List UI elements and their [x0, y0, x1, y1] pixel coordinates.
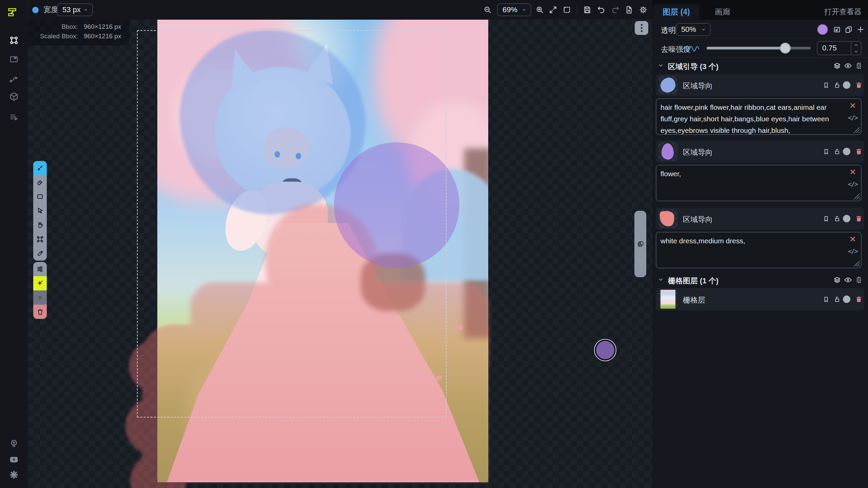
stepper-down[interactable]: [851, 48, 861, 55]
region-prompt-input[interactable]: hair flower,pink flower,hair ribbon,cat …: [660, 102, 839, 136]
region-prompt-card: flower, ✕ </>: [656, 165, 862, 201]
region-color-toggle[interactable]: [843, 215, 850, 222]
clear-prompt-button[interactable]: ✕: [849, 235, 856, 243]
region-thumbnail[interactable]: [658, 76, 677, 95]
zoom-in-button[interactable]: [535, 5, 545, 15]
canvas-area[interactable]: Bbox: 960×1216 px Scaled Bbox: 960×1216 …: [28, 20, 653, 488]
fit-view-button[interactable]: [548, 5, 558, 15]
region-thumbnail[interactable]: [658, 142, 677, 161]
scaled-bbox-label: Scaled Bbox:: [28, 33, 78, 40]
code-view-button[interactable]: </>: [848, 247, 857, 255]
brush-width-dropdown[interactable]: 53 px: [57, 3, 93, 16]
raster-color-toggle[interactable]: [843, 296, 850, 303]
clear-prompt-button[interactable]: ✕: [849, 102, 856, 110]
scale-layer-button[interactable]: [832, 25, 842, 34]
tool-select[interactable]: [33, 204, 47, 218]
tab-gallery[interactable]: 画廊: [707, 4, 738, 20]
layer-color-swatch[interactable]: [817, 24, 828, 35]
canvas-settings-button[interactable]: [638, 5, 648, 15]
reference-drawer-handle[interactable]: [634, 211, 646, 277]
new-file-button[interactable]: [624, 5, 634, 15]
sidebar-item-queue[interactable]: [8, 111, 20, 123]
zoom-out-button[interactable]: [482, 5, 493, 15]
sidebar-item-curve[interactable]: [8, 73, 20, 85]
region-row[interactable]: 区域导向: [656, 207, 864, 230]
region-lock-button[interactable]: [833, 81, 841, 89]
tool-pan[interactable]: [33, 218, 47, 232]
code-view-button[interactable]: </>: [848, 114, 857, 121]
tool-magic[interactable]: [33, 276, 47, 290]
region-delete-button[interactable]: [855, 81, 863, 89]
raster-visibility-button[interactable]: [844, 276, 852, 284]
region-color-toggle[interactable]: [843, 148, 850, 155]
tool-brush[interactable]: [33, 161, 47, 175]
tool-eraser[interactable]: [33, 175, 47, 189]
opacity-dropdown[interactable]: 50%: [676, 23, 711, 36]
region-lock-button[interactable]: [833, 215, 841, 223]
region-prompt-input[interactable]: flower,: [660, 168, 839, 180]
denoise-slider[interactable]: [707, 47, 811, 49]
sidebar-item-screen-fit[interactable]: [8, 54, 20, 65]
raster-lock-button[interactable]: [833, 295, 841, 303]
region-delete-button[interactable]: [855, 147, 863, 156]
raster-thumbnail[interactable]: [658, 290, 677, 309]
app-logo[interactable]: [5, 5, 19, 19]
raster-merge-button[interactable]: [833, 276, 842, 284]
region-bookmark-button[interactable]: [822, 147, 830, 156]
canvas-menu-button[interactable]: [635, 21, 648, 35]
raster-collapse-chevron[interactable]: [657, 276, 665, 283]
stepper-up[interactable]: [851, 42, 861, 48]
sidebar-item-transform[interactable]: [8, 35, 20, 46]
brush-color-dot[interactable]: [32, 7, 39, 13]
regions-collapse-chevron[interactable]: [657, 62, 665, 69]
denoise-input[interactable]: 0.75: [817, 41, 862, 55]
region-bookmark-button[interactable]: [822, 215, 830, 223]
unlock-icon: [833, 81, 841, 89]
region-bookmark-button[interactable]: [822, 81, 830, 89]
tool-eyedropper[interactable]: [33, 246, 47, 261]
region-row[interactable]: 区域导向: [656, 140, 864, 163]
raster-bookmark-button[interactable]: [822, 295, 830, 303]
sidebar-item-settings[interactable]: [8, 469, 20, 481]
region-row[interactable]: 区域导向: [656, 74, 864, 96]
unlock-icon: [833, 215, 841, 222]
bookmark-icon: [823, 148, 830, 155]
zoom-level-dropdown[interactable]: 69%: [497, 3, 531, 16]
resize-grip[interactable]: [853, 193, 860, 199]
resize-grip[interactable]: [853, 260, 860, 266]
sidebar-item-3d[interactable]: [8, 91, 20, 102]
region-prompt-input[interactable]: white dress,medium dress,: [660, 235, 839, 247]
slider-knob[interactable]: [780, 43, 791, 54]
resize-canvas-button[interactable]: [562, 5, 572, 15]
tool-adjust[interactable]: [33, 262, 47, 276]
open-viewer-link[interactable]: 打开查看器: [824, 4, 862, 20]
undo-button[interactable]: [596, 5, 606, 15]
regions-visibility-button[interactable]: [844, 61, 852, 70]
sidebar-item-youtube[interactable]: [8, 453, 20, 465]
save-button[interactable]: [582, 5, 592, 15]
brush-width-value: 53 px: [62, 5, 81, 14]
tool-transform[interactable]: [33, 232, 47, 246]
region-color-toggle[interactable]: [843, 81, 850, 89]
tab-layers[interactable]: 图层 (4): [653, 4, 699, 20]
regions-bbox-button[interactable]: [854, 61, 863, 70]
code-view-button[interactable]: </>: [848, 180, 857, 188]
region-delete-button[interactable]: [855, 215, 863, 223]
tool-rectangle[interactable]: [33, 189, 47, 204]
selection-bbox[interactable]: [137, 30, 447, 418]
region-lock-button[interactable]: [833, 147, 841, 156]
region-thumbnail[interactable]: [658, 209, 677, 228]
chevron-down-icon: [658, 277, 664, 283]
redo-button[interactable]: [610, 5, 620, 15]
resize-grip[interactable]: [853, 127, 860, 133]
tool-cancel[interactable]: [33, 290, 47, 305]
raster-layer-row[interactable]: 栅格层: [656, 288, 864, 310]
raster-delete-button[interactable]: [855, 295, 863, 303]
clear-prompt-button[interactable]: ✕: [849, 168, 856, 176]
duplicate-layer-button[interactable]: [844, 25, 853, 34]
raster-bbox-button[interactable]: [854, 276, 863, 284]
regions-merge-button[interactable]: [833, 61, 842, 70]
tool-delete[interactable]: [33, 305, 47, 319]
sidebar-item-tips[interactable]: [8, 438, 20, 449]
add-layer-button[interactable]: [856, 25, 865, 34]
